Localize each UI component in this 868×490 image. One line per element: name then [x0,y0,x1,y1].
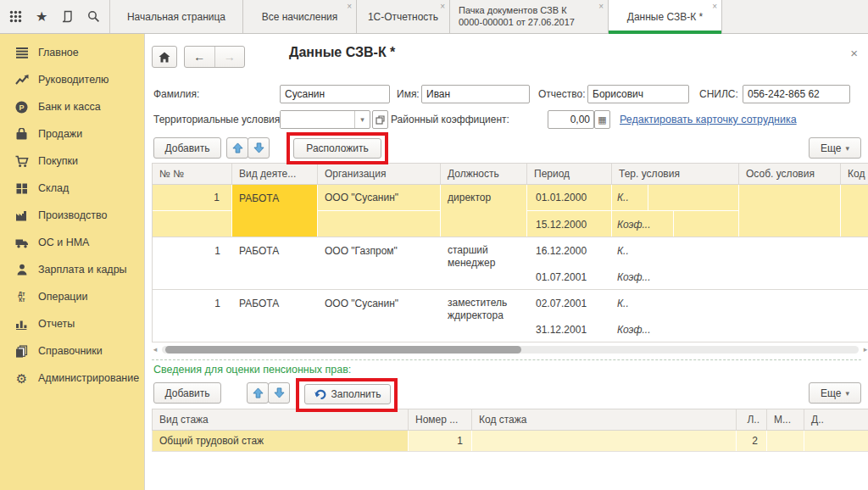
move-up-button[interactable] [247,382,269,404]
move-up-button[interactable] [226,137,248,159]
nav-history-group: ← → [184,46,245,68]
arrange-button[interactable]: Расположить [293,138,381,159]
col-period[interactable]: Период [527,164,612,184]
sidebar-item-administration[interactable]: ⚙ Администрирование [0,365,144,392]
bar-chart-icon [14,317,29,331]
col-osob[interactable]: Особ. условия [739,164,841,184]
quick-toolbar: ★ [0,0,110,33]
tab-all-accruals[interactable]: Все начисления × [243,0,357,33]
table-row[interactable]: 1 РАБОТА ООО "Газпром" старший менеджер … [152,237,868,290]
col-number[interactable]: Номер ... [409,409,472,430]
warehouse-icon [14,181,29,195]
col-position[interactable]: Должность [441,164,527,184]
sidebar-item-main[interactable]: Главное [0,39,144,66]
open-picker-button[interactable] [372,110,388,129]
truck-icon [14,236,29,249]
col-experience-code[interactable]: Код стажа [472,409,737,430]
scrollbar-track[interactable] [162,346,859,354]
more-button-top[interactable]: Еще ▾ [809,137,861,159]
sidebar-item-production[interactable]: Производство [0,202,144,229]
table-row[interactable]: 1 РАБОТА ООО "Сусанин" заместитель ждире… [152,290,868,342]
history-scroll-icon[interactable] [58,7,78,27]
close-icon[interactable]: × [850,46,858,60]
sidebar-item-label: Склад [38,182,69,194]
horizontal-scrollbar[interactable]: ◂ ▸ [152,344,868,354]
sidebar-item-label: Производство [38,209,108,221]
close-icon[interactable]: × [347,3,352,11]
tab-szv-pack[interactable]: Пачка документов СЗВ К 0000-000001 от 27… [450,0,609,33]
snils-field[interactable] [743,85,850,103]
move-down-button[interactable] [248,137,270,159]
focused-cell: Общий трудовой стаж [153,431,409,451]
tab-szv-k-data[interactable]: Данные СЗВ-К * × [609,0,722,33]
tab-label: Данные СЗВ-К * [627,11,703,23]
chevron-down-icon: ▾ [845,144,849,153]
chevron-down-icon[interactable]: ▾ [354,111,370,128]
table-row[interactable]: Общий трудовой стаж 1 2 [152,431,868,452]
sidebar-item-sales[interactable]: Продажи [0,120,144,148]
territorial-input[interactable] [281,111,353,128]
col-l[interactable]: Л.. [737,409,767,430]
tab-label: Пачка документов СЗВ К 0000-000001 от 27… [459,5,591,29]
sidebar-item-bank-cash[interactable]: Р Банк и касса [0,93,144,120]
territorial-combo[interactable]: ▾ [280,110,370,129]
sidebar-item-purchases[interactable]: Покупки [0,148,144,175]
home-button[interactable] [152,46,177,68]
menu-lines-icon [14,46,29,59]
scrollbar-thumb[interactable] [165,346,521,354]
scroll-left-icon[interactable]: ◂ [152,345,159,354]
more-button-bottom[interactable]: Еще ▾ [809,382,861,404]
territorial-label: Территориальные условия: [153,110,283,129]
tab-home-page[interactable]: Начальная страница [110,0,243,33]
close-icon[interactable]: × [712,3,717,11]
edit-employee-card-link[interactable]: Редактировать карточку сотрудника [620,110,797,129]
col-d[interactable]: Д.. [804,409,868,430]
close-icon[interactable]: × [598,3,604,11]
sidebar-item-salary-hr[interactable]: Зарплата и кадры [0,256,144,283]
sidebar-item-manager[interactable]: Руководителю [0,66,144,93]
back-button[interactable]: ← [185,47,215,67]
fill-button[interactable]: Заполнить [304,384,391,404]
tab-1c-reporting[interactable]: 1С-Отчетность × [357,0,450,33]
add-button-bottom[interactable]: Добавить [153,382,221,404]
middlename-field[interactable] [587,85,689,103]
sidebar-item-reports[interactable]: Отчеты [0,310,144,337]
sidebar-item-label: Администрирование [38,372,139,384]
cart-icon [14,154,29,168]
table-header: Вид стажа Номер ... Код стажа Л.. М... Д… [152,409,868,431]
search-icon[interactable] [83,7,103,27]
bank-icon: Р [14,100,29,114]
move-down-button[interactable] [268,382,290,404]
sidebar-item-os-nma[interactable]: ОС и НМА [0,229,144,256]
table-row[interactable]: 1 РАБОТА ООО "Сусанин" директор 01.01.20… [152,185,868,237]
work-periods-table: № № Вид деяте... Организация Должность П… [152,163,868,342]
col-num[interactable]: № № [153,164,232,184]
sidebar-item-label: Покупки [38,155,78,167]
scroll-right-icon[interactable]: ▸ [862,345,868,354]
add-button-top[interactable]: Добавить [153,137,221,159]
close-icon[interactable]: × [440,3,445,11]
coefficient-field[interactable] [548,110,594,129]
person-icon [14,263,29,276]
firstname-field[interactable] [421,85,530,103]
col-m[interactable]: М... [767,409,804,430]
sales-bag-icon [14,127,29,141]
sidebar-item-operations[interactable]: ДтКт Операции [0,283,144,310]
col-experience-kind[interactable]: Вид стажа [153,409,409,430]
lastname-field[interactable] [280,85,390,103]
star-favorites-icon[interactable]: ★ [31,7,52,27]
sidebar-item-references[interactable]: Справочники [0,337,144,365]
menu-grid-icon[interactable] [6,7,26,27]
col-ter[interactable]: Тер. условия [612,164,739,184]
sidebar-item-label: ОС и НМА [38,237,89,248]
forward-button[interactable]: → [215,47,245,67]
sidebar-item-label: Отчеты [38,318,75,330]
sidebar-item-warehouse[interactable]: Склад [0,175,144,202]
tab-label: Начальная страница [127,11,225,23]
sidebar-item-label: Руководителю [38,74,108,86]
col-kind[interactable]: Вид деяте... [232,164,318,184]
app-window: ★ Начальная страница Все начисления × 1С… [0,0,868,490]
col-kod[interactable]: Код [841,164,868,184]
col-org[interactable]: Организация [318,164,441,184]
calculator-icon[interactable]: ▦ [594,110,610,129]
